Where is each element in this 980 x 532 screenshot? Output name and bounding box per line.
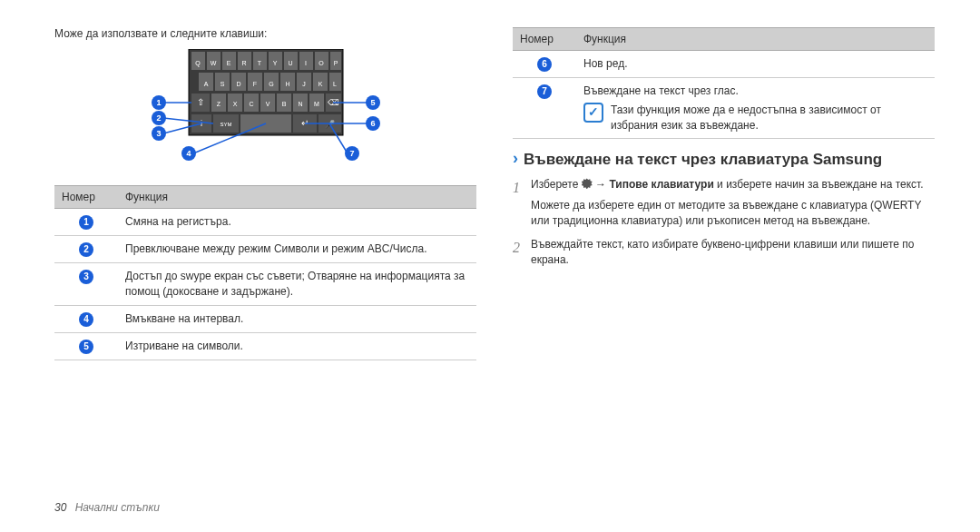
col-function: Функция — [118, 186, 476, 209]
svg-text:H: H — [285, 81, 289, 87]
svg-text:R: R — [241, 60, 246, 66]
gear-icon — [582, 178, 593, 189]
step-number: 2 — [513, 237, 524, 269]
keyboard-diagram: Q W E R T Y U I O P A S — [54, 49, 476, 172]
footer-label: Начални стъпки — [75, 501, 160, 514]
svg-text:M: M — [314, 101, 319, 107]
svg-text:U: U — [288, 60, 292, 66]
step-2: 2 Въвеждайте текст, като избирате буквен… — [513, 237, 935, 269]
step-number: 1 — [513, 177, 524, 230]
page-footer: 30 Начални стъпки — [54, 501, 160, 514]
step1-bold: Типове клавиатури — [609, 178, 713, 191]
table-row: 7 Въвеждане на текст чрез глас. ✓ Тази ф… — [513, 78, 935, 139]
svg-text:N: N — [298, 101, 302, 107]
row-number-icon: 4 — [79, 312, 93, 327]
svg-text:T: T — [257, 60, 261, 66]
svg-text:Q: Q — [195, 60, 201, 67]
svg-text:S: S — [220, 81, 224, 87]
row-function: Нов ред. — [576, 51, 935, 78]
table-row: 3 Достъп до swype екран със съвети; Отва… — [54, 263, 476, 306]
svg-text:L: L — [333, 81, 337, 87]
svg-text:3: 3 — [156, 129, 161, 138]
svg-text:B: B — [281, 101, 286, 107]
svg-text:P: P — [333, 60, 338, 66]
row-number-icon: 3 — [79, 270, 93, 284]
table-row: 5 Изтриване на символи. — [54, 332, 476, 360]
svg-text:7: 7 — [349, 149, 354, 158]
svg-text:C: C — [249, 101, 253, 107]
row-number-icon: 5 — [79, 340, 93, 354]
svg-text:V: V — [265, 101, 270, 107]
col-function: Функция — [576, 28, 935, 51]
svg-text:1: 1 — [156, 98, 161, 107]
row-number-icon: 7 — [537, 84, 552, 99]
table-row: 2 Превключване между режим Символи и реж… — [54, 236, 476, 263]
row-number-icon: 2 — [79, 242, 93, 257]
intro-text: Може да използвате и следните клавиши: — [54, 27, 476, 40]
svg-text:G: G — [269, 81, 273, 87]
svg-text:E: E — [226, 60, 230, 66]
step1-text-b: → — [595, 178, 609, 191]
svg-text:Z: Z — [216, 101, 220, 107]
section-heading: › Въвеждане на текст чрез клавиатура Sam… — [513, 150, 935, 169]
svg-text:W: W — [210, 60, 216, 66]
page-number: 30 — [54, 501, 66, 514]
left-function-table: Номер Функция 1 Смяна на регистъра. 2 Пр… — [54, 185, 476, 360]
step1-text-c: и изберете начин за въвеждане на текст. — [717, 178, 923, 191]
svg-text:O: O — [318, 60, 324, 66]
svg-text:A: A — [203, 81, 208, 87]
row-function: Въвеждане на текст чрез глас. ✓ Тази фун… — [576, 78, 935, 139]
svg-text:F: F — [252, 81, 256, 87]
note-text: Тази функция може да е недостъпна в зави… — [611, 103, 927, 133]
chevron-icon: › — [513, 150, 518, 168]
right-function-table: Номер Функция 6 Нов ред. 7 Въвеждане на … — [513, 27, 935, 139]
table-row: 6 Нов ред. — [513, 51, 935, 78]
note-icon: ✓ — [583, 103, 603, 123]
col-number: Номер — [513, 28, 576, 51]
step-1: 1 Изберете → Типове клавиатури и изберет… — [513, 177, 935, 230]
table-row: 4 Вмъкване на интервал. — [54, 305, 476, 332]
svg-text:K: K — [318, 81, 322, 87]
svg-text:SYM: SYM — [220, 122, 231, 127]
svg-text:5: 5 — [370, 98, 375, 107]
row-function: Вмъкване на интервал. — [118, 305, 476, 332]
row-number-icon: 1 — [79, 215, 93, 230]
table-row: 1 Смяна на регистъра. — [54, 209, 476, 236]
svg-text:6: 6 — [370, 119, 375, 128]
svg-text:J: J — [302, 81, 306, 87]
svg-text:4: 4 — [186, 149, 191, 158]
svg-text:D: D — [236, 81, 240, 87]
svg-text:I: I — [305, 60, 307, 66]
svg-text:Y: Y — [272, 60, 277, 66]
row-function: Смяна на регистъра. — [118, 209, 476, 236]
step1-text-a: Изберете — [531, 178, 582, 191]
col-number: Номер — [54, 186, 118, 209]
row-function: Достъп до swype екран със съвети; Отваря… — [118, 263, 476, 306]
step1-extra: Можете да изберете един от методите за в… — [531, 198, 935, 230]
row-function: Изтриване на символи. — [118, 332, 476, 360]
svg-text:2: 2 — [156, 113, 161, 123]
row-number-icon: 6 — [537, 57, 552, 72]
svg-text:⇧: ⇧ — [197, 97, 204, 107]
step2-text: Въвеждайте текст, като избирате буквено-… — [531, 237, 935, 269]
svg-text:X: X — [232, 101, 237, 107]
row-function: Превключване между режим Символи и режим… — [118, 236, 476, 263]
